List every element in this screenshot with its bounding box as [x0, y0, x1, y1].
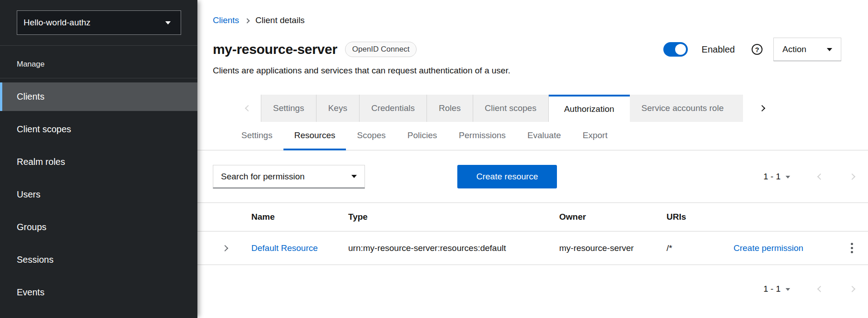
action-dropdown[interactable]: Action	[773, 38, 841, 61]
chevron-left-icon	[245, 105, 251, 111]
sidebar-nav: Clients Client scopes Realm roles Users …	[0, 82, 197, 307]
subtab-scopes[interactable]: Scopes	[346, 122, 396, 150]
resource-name-link[interactable]: Default Resource	[251, 243, 348, 253]
resource-type-cell: urn:my-resource-server:resources:default	[348, 243, 559, 253]
sidebar-item-client-scopes[interactable]: Client scopes	[0, 115, 197, 144]
tabs-scroll-right-button[interactable]	[749, 95, 775, 122]
page-title: my-resource-server	[213, 42, 337, 57]
help-icon[interactable]: ?	[752, 44, 762, 55]
tab-client-scopes[interactable]: Client scopes	[473, 95, 549, 122]
previous-page-button[interactable]	[818, 287, 823, 291]
pagination-range-label: 1 - 1	[763, 172, 781, 182]
resource-uris-cell: /*	[667, 243, 734, 253]
chevron-left-icon	[817, 286, 824, 292]
sidebar-item-events[interactable]: Events	[0, 278, 197, 307]
resources-table: Name Type Owner URIs Default Resource ur…	[197, 202, 868, 265]
caret-down-icon	[351, 175, 357, 178]
create-resource-button[interactable]: Create resource	[457, 165, 557, 188]
next-page-button[interactable]	[850, 174, 854, 179]
search-permission-select[interactable]: Search for permission	[213, 165, 365, 188]
page-header-right: Enabled ? Action	[663, 38, 841, 61]
row-expander-button[interactable]	[197, 246, 251, 251]
resource-owner-cell: my-resource-server	[559, 243, 667, 253]
breadcrumb-current: Client details	[255, 15, 305, 25]
breadcrumb: Clients Client details	[197, 0, 868, 25]
sidebar-item-realm-roles[interactable]: Realm roles	[0, 148, 197, 176]
app-root: Hello-world-authz Manage Clients Client …	[0, 0, 868, 318]
column-header-owner: Owner	[559, 212, 667, 222]
breadcrumb-link-clients[interactable]: Clients	[213, 15, 239, 25]
page-header-left: my-resource-server OpenID Connect	[213, 42, 417, 57]
tab-roles[interactable]: Roles	[427, 95, 473, 122]
protocol-badge: OpenID Connect	[345, 42, 417, 57]
subtab-resources[interactable]: Resources	[283, 122, 346, 150]
subtab-export[interactable]: Export	[572, 122, 619, 150]
page-description: Clients are applications and services th…	[213, 65, 868, 76]
caret-down-icon	[786, 176, 790, 178]
main-content: Clients Client details my-resource-serve…	[197, 0, 868, 318]
pagination-range-toggle[interactable]: 1 - 1	[763, 172, 790, 182]
sidebar-divider	[0, 45, 197, 46]
sidebar-item-sessions[interactable]: Sessions	[0, 246, 197, 274]
subtab-settings[interactable]: Settings	[230, 122, 283, 150]
create-permission-link[interactable]: Create permission	[734, 243, 835, 253]
sidebar: Hello-world-authz Manage Clients Client …	[0, 0, 197, 318]
enabled-toggle[interactable]	[663, 42, 688, 57]
sidebar-item-clients[interactable]: Clients	[0, 82, 197, 111]
chevron-right-icon	[758, 105, 765, 111]
column-header-type: Type	[348, 212, 559, 222]
pagination-range-toggle[interactable]: 1 - 1	[763, 284, 790, 294]
pagination-bottom: 1 - 1	[197, 282, 854, 296]
table-row: Default Resource urn:my-resource-server:…	[197, 231, 868, 265]
subtab-evaluate[interactable]: Evaluate	[517, 122, 572, 150]
sidebar-divider	[0, 78, 197, 78]
realm-selector[interactable]: Hello-world-authz	[17, 10, 181, 35]
authorization-subtabs: Settings Resources Scopes Policies Permi…	[197, 122, 868, 150]
realm-selector-label: Hello-world-authz	[24, 18, 91, 28]
caret-down-icon	[786, 288, 790, 291]
caret-down-icon	[165, 21, 171, 24]
tabs-scroll-left-button[interactable]	[235, 95, 261, 122]
enabled-label: Enabled	[702, 44, 735, 55]
kebab-dot	[851, 251, 853, 253]
chevron-right-icon	[222, 245, 228, 251]
tab-credentials[interactable]: Credentials	[360, 95, 427, 122]
client-tabs: Settings Keys Credentials Roles Client s…	[197, 95, 868, 122]
chevron-right-icon	[849, 173, 855, 180]
nav-section-title: Manage	[17, 59, 197, 69]
sidebar-item-groups[interactable]: Groups	[0, 213, 197, 241]
column-header-name: Name	[251, 212, 348, 222]
column-header-uris: URIs	[667, 212, 734, 222]
subtab-policies[interactable]: Policies	[397, 122, 448, 150]
page-header: my-resource-server OpenID Connect Enable…	[213, 38, 841, 61]
tab-settings[interactable]: Settings	[261, 95, 317, 122]
tab-authorization[interactable]: Authorization	[549, 95, 630, 122]
kebab-menu-button[interactable]	[848, 240, 856, 256]
kebab-dot	[851, 247, 853, 249]
search-permission-label: Search for permission	[221, 172, 305, 182]
tab-keys[interactable]: Keys	[317, 95, 360, 122]
subtab-permissions[interactable]: Permissions	[448, 122, 516, 150]
pagination-top: 1 - 1	[763, 172, 854, 182]
toggle-knob	[675, 44, 686, 55]
action-dropdown-label: Action	[782, 44, 806, 54]
chevron-left-icon	[817, 173, 824, 180]
next-page-button[interactable]	[850, 287, 854, 291]
previous-page-button[interactable]	[818, 174, 823, 179]
resources-toolbar: Search for permission Create resource 1 …	[213, 165, 854, 188]
chevron-right-icon	[849, 286, 855, 292]
sidebar-item-users[interactable]: Users	[0, 180, 197, 209]
tab-service-accounts-roles[interactable]: Service accounts role	[630, 95, 743, 122]
kebab-dot	[851, 243, 853, 245]
pagination-range-label: 1 - 1	[763, 284, 781, 294]
angle-right-icon	[245, 18, 249, 23]
table-header-row: Name Type Owner URIs	[197, 202, 868, 231]
caret-down-icon	[827, 48, 832, 51]
